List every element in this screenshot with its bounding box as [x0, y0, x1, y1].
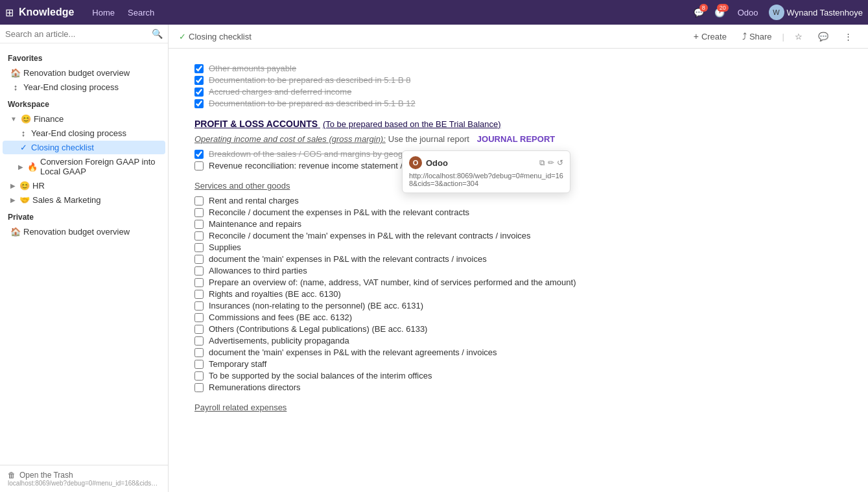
- tooltip-header: O Odoo ⧉ ✏ ↺: [409, 156, 563, 169]
- pl-checkbox-2[interactable]: [194, 161, 204, 170]
- content-header: ✓ Closing checklist + Create ⤴ Share | ☆…: [169, 25, 868, 49]
- service-checkbox[interactable]: [194, 231, 204, 240]
- tooltip-refresh-icon[interactable]: ↺: [557, 158, 563, 167]
- top-navigation: ⊞ Knowledge Home Search 💬 8 🕐 20 Odoo W …: [0, 0, 868, 25]
- operating-income-line: Operating income and cost of sales (gros…: [194, 134, 842, 144]
- checked-item-label: Documentation to be prepared as describe…: [209, 99, 416, 108]
- service-checkbox[interactable]: [194, 383, 204, 392]
- private-title: Private: [0, 207, 168, 224]
- more-button[interactable]: ⋮: [839, 29, 858, 44]
- sidebar-item-closing-checklist[interactable]: ✓ Closing checklist: [3, 141, 165, 154]
- pl-item-label: Breakdown of the sales / COS and margins…: [209, 149, 428, 159]
- apps-icon[interactable]: ⊞: [5, 6, 14, 19]
- tooltip-edit-icon[interactable]: ✏: [548, 158, 554, 167]
- service-item: Allowances to third parties: [194, 266, 842, 275]
- service-item-label: Commissions and fees (BE acc. 6132): [209, 312, 352, 322]
- checkbox-above[interactable]: [194, 88, 204, 97]
- operating-income-text: Operating income and cost of sales (gros…: [194, 134, 386, 144]
- service-checkbox[interactable]: [194, 290, 204, 299]
- service-checkbox[interactable]: [194, 348, 204, 357]
- favorites-title: Favorites: [0, 49, 168, 65]
- nav-home[interactable]: Home: [87, 5, 120, 20]
- activity-icon-btn[interactable]: 🕐 20: [712, 5, 727, 20]
- service-checkbox[interactable]: [194, 243, 204, 252]
- create-button[interactable]: + Create: [688, 29, 732, 44]
- service-item-label: Others (Contributions & Legal publicatio…: [209, 324, 427, 334]
- checkbox-above[interactable]: [194, 64, 204, 73]
- star-button[interactable]: ☆: [790, 29, 808, 44]
- service-item-label: To be supported by the social balances o…: [209, 371, 432, 381]
- service-item: Temporary staff: [194, 359, 842, 369]
- service-item-label: Reconcile / document the 'main' expenses…: [209, 231, 531, 240]
- service-checkbox[interactable]: [194, 325, 204, 334]
- service-checkbox[interactable]: [194, 266, 204, 275]
- sidebar-item-label: Year-End closing process: [23, 82, 160, 92]
- toggle-icon3: ▶: [10, 182, 16, 189]
- tooltip-name: Odoo: [426, 158, 448, 168]
- trash-footer[interactable]: 🗑 Open the Trash localhost:8069/web?debu…: [0, 465, 168, 492]
- sep1: |: [782, 32, 784, 41]
- service-checkbox[interactable]: [194, 313, 204, 322]
- comment-button[interactable]: 💬: [813, 29, 834, 44]
- sidebar-item-sales[interactable]: ▶ 🤝 Sales & Marketing: [3, 193, 165, 207]
- service-item-label: Maintenance and repairs: [209, 219, 301, 229]
- trash-icon: 🗑: [8, 471, 16, 480]
- service-checkbox[interactable]: [194, 371, 204, 381]
- service-item-label: Rights and royalties (BE acc. 6130): [209, 289, 341, 299]
- finance-icon: 😊: [21, 114, 31, 124]
- service-item: Reconcile / document the 'main' expenses…: [194, 231, 842, 240]
- tooltip-action-icons: ⧉ ✏ ↺: [539, 158, 563, 167]
- service-checkbox[interactable]: [194, 278, 204, 287]
- share-button[interactable]: ⤴ Share: [737, 29, 777, 44]
- toggle-icon4: ▶: [10, 196, 16, 204]
- sidebar-item-yearend[interactable]: ↕ Year-End closing process: [3, 80, 165, 94]
- checked-items-above: Other amounts payableDocumentation to be…: [194, 64, 842, 108]
- service-item: document the 'main' expenses in P&L with…: [194, 347, 842, 357]
- pl-checkbox-1[interactable]: [194, 150, 204, 159]
- search-button[interactable]: 🔍: [152, 29, 163, 39]
- sidebar-item-hr[interactable]: ▶ 😊 HR: [3, 179, 165, 193]
- service-item-label: Temporary staff: [209, 359, 266, 369]
- odoo-label[interactable]: Odoo: [733, 5, 764, 20]
- activity-badge: 20: [717, 4, 729, 12]
- sidebar-item-label: Year-End closing process: [31, 128, 160, 138]
- share-label: Share: [749, 32, 772, 41]
- sidebar-item-renovation-budget[interactable]: 🏠 Renovation budget overview: [3, 66, 165, 80]
- service-checkbox[interactable]: [194, 360, 204, 369]
- checkbox-above[interactable]: [194, 76, 204, 85]
- service-checkbox[interactable]: [194, 255, 204, 264]
- sidebar-item-label: HR: [32, 181, 160, 191]
- journal-report-link[interactable]: JOURNAL REPORT: [477, 134, 555, 144]
- chat-badge: 8: [699, 4, 708, 12]
- sidebar-item-finance[interactable]: ▼ 😊 Finance: [3, 112, 165, 126]
- check-mark-icon: ✓: [18, 143, 29, 152]
- service-item: document the 'main' expenses in P&L with…: [194, 254, 842, 264]
- search-input[interactable]: [5, 29, 149, 39]
- profit-loss-heading: PROFIT & LOSS ACCOUNTS (To be prepared b…: [194, 119, 842, 129]
- sidebar-item-label: Renovation budget overview: [23, 68, 160, 78]
- checkbox-above[interactable]: [194, 99, 204, 108]
- service-item-label: Insurances (non-relating to the personne…: [209, 301, 423, 310]
- tooltip-copy-icon[interactable]: ⧉: [539, 158, 545, 167]
- service-checkbox[interactable]: [194, 196, 204, 205]
- checked-item-label: Accrued charges and deferred income: [209, 87, 351, 97]
- user-menu[interactable]: W Wynand Tastenhoye: [769, 5, 863, 20]
- sidebar-item-label: Finance: [34, 114, 160, 124]
- nav-search[interactable]: Search: [123, 5, 159, 20]
- service-item: Supplies: [194, 242, 842, 252]
- service-checkbox[interactable]: [194, 301, 204, 310]
- service-item-label: document the 'main' expenses in P&L with…: [209, 347, 497, 357]
- sidebar-item-private-renovation[interactable]: 🏠 Renovation budget overview: [3, 225, 165, 239]
- sidebar-item-yearend-closing[interactable]: ↕ Year-End closing process: [3, 126, 165, 140]
- top-nav-right: 💬 8 🕐 20 Odoo W Wynand Tastenhoye: [691, 5, 863, 20]
- service-item: Maintenance and repairs: [194, 219, 842, 229]
- chat-icon-btn[interactable]: 💬 8: [691, 5, 707, 20]
- home2-icon: 🏠: [10, 227, 21, 237]
- service-item: Reconcile / document the expenses in P&L…: [194, 207, 842, 217]
- sidebar-item-conversion[interactable]: ▶ 🔥 Conversion Foreign GAAP into Local G…: [3, 155, 165, 178]
- service-checkbox[interactable]: [194, 336, 204, 346]
- content-scroll: Other amounts payableDocumentation to be…: [169, 49, 868, 492]
- service-checkbox[interactable]: [194, 208, 204, 217]
- checked-item-above: Documentation to be prepared as describe…: [194, 99, 842, 108]
- service-checkbox[interactable]: [194, 220, 204, 229]
